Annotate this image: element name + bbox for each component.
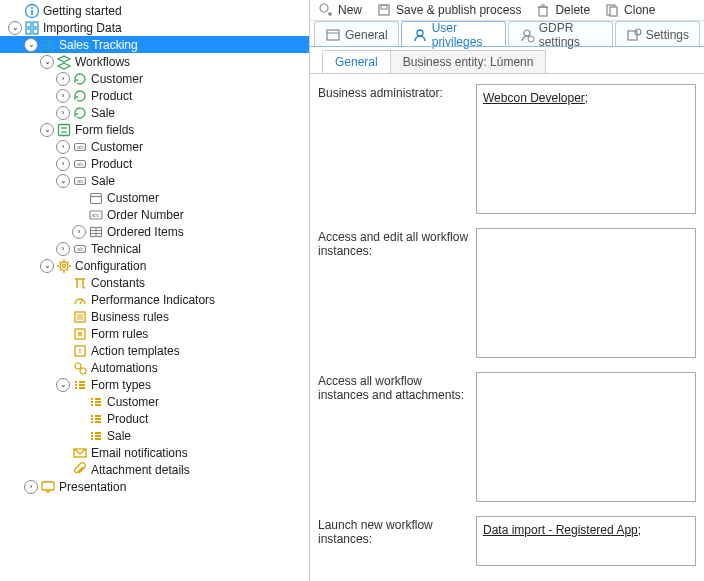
form-type-icon — [88, 394, 104, 410]
expand-icon[interactable]: › — [56, 242, 70, 256]
field-label: Access all workflow instances and attach… — [318, 372, 476, 502]
field-value: Webcon Developer; — [483, 91, 588, 105]
collapse-icon[interactable]: ⌄ — [8, 21, 22, 35]
business-admin-input[interactable]: Webcon Developer; — [476, 84, 696, 214]
tree-label: Action templates — [91, 344, 180, 358]
tree-wf-customer[interactable]: › Customer — [0, 70, 309, 87]
form-type-icon — [88, 411, 104, 427]
tree-automations[interactable]: Automations — [0, 359, 309, 376]
collapse-icon[interactable]: ⌄ — [40, 123, 54, 137]
date-icon — [88, 190, 104, 206]
tree-label: Product — [91, 157, 132, 171]
tab-label: General — [345, 28, 388, 42]
tree-label: Automations — [91, 361, 158, 375]
tab-user-privileges[interactable]: User privileges — [401, 21, 506, 47]
collapse-icon[interactable]: ⌄ — [56, 378, 70, 392]
expander-placeholder — [56, 276, 70, 290]
tree-presentation[interactable]: › Presentation — [0, 478, 309, 495]
tree-ff-technical[interactable]: › Technical — [0, 240, 309, 257]
tree-email-notif[interactable]: Email notifications — [0, 444, 309, 461]
tree-ff-sale-order[interactable]: Order Number — [0, 206, 309, 223]
expander-placeholder — [56, 446, 70, 460]
tree-constants[interactable]: Constants — [0, 274, 309, 291]
form-fields-icon — [56, 122, 72, 138]
expander-placeholder — [8, 4, 22, 18]
tree-label: Business rules — [91, 310, 169, 324]
tree-ff-product[interactable]: › Product — [0, 155, 309, 172]
tree-attach-details[interactable]: Attachment details — [0, 461, 309, 478]
access-all-input[interactable] — [476, 372, 696, 502]
tree-ff-sale[interactable]: ⌄ Sale — [0, 172, 309, 189]
expand-icon[interactable]: › — [56, 72, 70, 86]
expander-placeholder — [72, 395, 86, 409]
tree-importing-data[interactable]: ⌄ Importing Data — [0, 19, 309, 36]
collapse-icon[interactable]: ⌄ — [40, 55, 54, 69]
tree-ft-customer[interactable]: Customer — [0, 393, 309, 410]
launch-new-input[interactable]: Data import - Registered App; — [476, 516, 696, 566]
subtab-business-entity[interactable]: Business entity: Lúmenn — [390, 50, 547, 73]
tree-ft-sale[interactable]: Sale — [0, 427, 309, 444]
new-button[interactable]: New — [314, 0, 366, 20]
tree-action-templates[interactable]: Action templates — [0, 342, 309, 359]
expand-icon[interactable]: › — [56, 140, 70, 154]
tree-business-rules[interactable]: Business rules — [0, 308, 309, 325]
save-icon — [376, 2, 392, 18]
tree-label: Ordered Items — [107, 225, 184, 239]
tree-sales-tracking[interactable]: ⌄ Sales Tracking — [0, 36, 309, 53]
tree-getting-started[interactable]: Getting started — [0, 2, 309, 19]
clone-icon — [604, 2, 620, 18]
tab-settings[interactable]: Settings — [615, 21, 700, 47]
expand-icon[interactable]: › — [24, 480, 38, 494]
settings-icon — [626, 27, 642, 43]
tree-form-rules[interactable]: Form rules — [0, 325, 309, 342]
tree-label: Product — [91, 89, 132, 103]
collapse-icon[interactable]: ⌄ — [24, 38, 38, 52]
tree-form-types[interactable]: ⌄ Form types — [0, 376, 309, 393]
clone-button[interactable]: Clone — [600, 0, 659, 20]
subtab-label: Business entity: Lúmenn — [403, 55, 534, 69]
tree-label: Sale — [91, 174, 115, 188]
expander-placeholder — [56, 463, 70, 477]
template-icon — [72, 343, 88, 359]
expander-placeholder — [56, 361, 70, 375]
abc-icon — [88, 207, 104, 223]
tree-configuration[interactable]: ⌄ Configuration — [0, 257, 309, 274]
field-access-edit: Access and edit all workflow instances: — [318, 228, 696, 358]
pi-icon — [72, 275, 88, 291]
tree-label: Form rules — [91, 327, 148, 341]
rules-icon — [72, 309, 88, 325]
expand-icon[interactable]: › — [56, 106, 70, 120]
field-value: Data import - Registered App; — [483, 523, 641, 537]
expand-icon[interactable]: › — [56, 89, 70, 103]
cycle-icon — [72, 71, 88, 87]
save-publish-button[interactable]: Save & publish process — [372, 0, 525, 20]
field-label: Access and edit all workflow instances: — [318, 228, 476, 358]
field-icon — [72, 139, 88, 155]
tab-general[interactable]: General — [314, 21, 399, 47]
tree-label: Workflows — [75, 55, 130, 69]
tree-workflows[interactable]: ⌄ Workflows — [0, 53, 309, 70]
button-label: New — [338, 3, 362, 17]
tree-ff-sale-items[interactable]: › Ordered Items — [0, 223, 309, 240]
tree-label: Email notifications — [91, 446, 188, 460]
tab-gdpr[interactable]: GDPR settings — [508, 21, 613, 47]
access-edit-input[interactable] — [476, 228, 696, 358]
clip-icon — [72, 462, 88, 478]
tree-perf-ind[interactable]: Performance Indicators — [0, 291, 309, 308]
expand-icon[interactable]: › — [56, 157, 70, 171]
toolbar: New Save & publish process Delete Clone — [310, 0, 704, 21]
expander-placeholder — [56, 310, 70, 324]
tree-ff-customer[interactable]: › Customer — [0, 138, 309, 155]
field-icon — [72, 156, 88, 172]
tree-wf-product[interactable]: › Product — [0, 87, 309, 104]
subtab-general[interactable]: General — [322, 50, 391, 73]
tree-wf-sale[interactable]: › Sale — [0, 104, 309, 121]
tree-ft-product[interactable]: Product — [0, 410, 309, 427]
delete-button[interactable]: Delete — [531, 0, 594, 20]
collapse-icon[interactable]: ⌄ — [40, 259, 54, 273]
collapse-icon[interactable]: ⌄ — [56, 174, 70, 188]
tree-ff-sale-customer[interactable]: Customer — [0, 189, 309, 206]
tree-form-fields[interactable]: ⌄ Form fields — [0, 121, 309, 138]
process-icon — [40, 37, 56, 53]
expand-icon[interactable]: › — [72, 225, 86, 239]
